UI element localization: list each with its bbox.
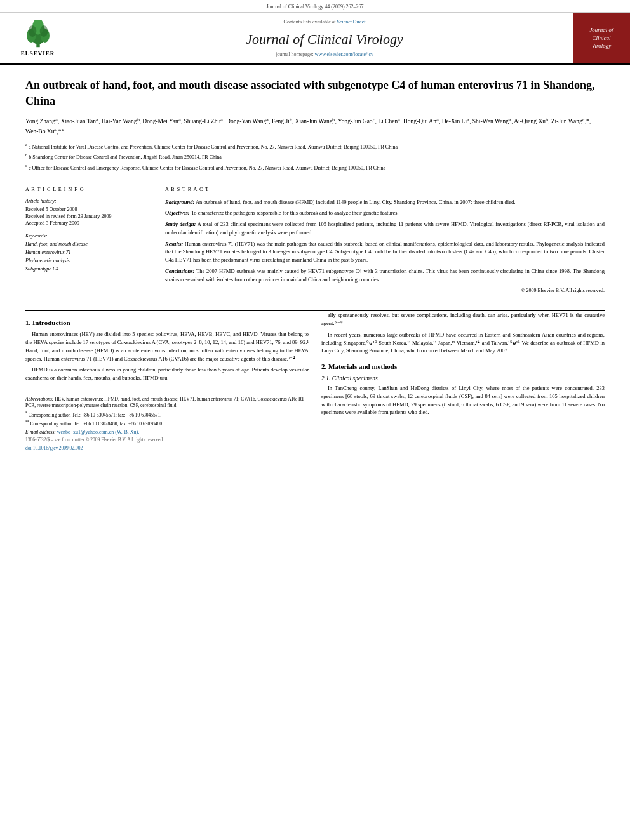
email-address: wenbo_xu1@yahoo.com.cn (W.-B. Xu).	[57, 429, 140, 435]
section2-heading: 2. Materials and methods	[321, 363, 605, 370]
affiliations: a a National Institute for Viral Disease…	[25, 142, 605, 172]
conclusions-text: The 2007 HFMD outbreak was mainly caused…	[165, 268, 605, 283]
abstract-background: Background: An outbreak of hand, foot, a…	[165, 198, 605, 206]
email-info: E-mail address: wenbo_xu1@yahoo.com.cn (…	[25, 429, 309, 436]
issn-line: 1386-6532/$ – see front matter © 2009 El…	[25, 437, 309, 443]
abstract-conclusions: Conclusions: The 2007 HFMD outbreak was …	[165, 267, 605, 284]
affiliation-c: c c Office for Disease Control and Emerg…	[25, 163, 605, 172]
footnote-section: Abbreviations: HEV, human enterovirus; H…	[25, 392, 309, 451]
keywords-list: Hand, foot, and mouth disease Human ente…	[25, 241, 152, 273]
article-info-col: A R T I C L E I N F O Article history: R…	[25, 187, 152, 298]
section2-title: Materials and methods	[328, 363, 397, 370]
body-right-col: ally spontaneously resolves, but severe …	[321, 311, 605, 451]
right-para1: ally spontaneously resolves, but severe …	[321, 311, 605, 328]
corresponding1: * Corresponding author. Tel.: +86 10 630…	[25, 411, 309, 418]
keyword-1: Hand, foot, and mouth disease	[25, 241, 152, 249]
body-left-col: 1. Introduction Human enteroviruses (HEV…	[25, 311, 309, 451]
body-methods-text: In TanCheng county, LanShan and HeDong d…	[321, 384, 605, 417]
journal-header: ELSEVIER Contents lists available at Sci…	[0, 13, 630, 65]
background-text: An outbreak of hand, foot, and mouth dis…	[196, 199, 515, 205]
methods-para1: In TanCheng county, LanShan and HeDong d…	[321, 384, 605, 417]
elsevier-label: ELSEVIER	[21, 50, 55, 57]
abstract-col: A B S T R A C T Background: An outbreak …	[165, 187, 605, 298]
doi-text[interactable]: doi:10.1016/j.jcv.2009.02.002	[25, 445, 83, 451]
top-citation-bar: Journal of Clinical Virology 44 (2009) 2…	[0, 0, 630, 13]
abstract-label: A B S T R A C T	[165, 187, 605, 194]
elsevier-logo: ELSEVIER	[0, 13, 76, 63]
study-text: A total of 233 clinical specimens were c…	[165, 221, 605, 236]
doi-line: doi:10.1016/j.jcv.2009.02.002	[25, 445, 309, 451]
journal-right-logo: Journal of Clinical Virology	[573, 13, 630, 63]
elsevier-tree-icon	[19, 20, 57, 48]
journal-center-header: Contents lists available at ScienceDirec…	[76, 13, 573, 63]
article-info-label: A R T I C L E I N F O	[25, 187, 152, 194]
footnote-text: Abbreviations: HEV, human enterovirus; H…	[25, 396, 309, 436]
contents-line: Contents lists available at ScienceDirec…	[284, 19, 366, 25]
abstract-study: Study design: A total of 233 clinical sp…	[165, 220, 605, 237]
authors-line: Yong Zhangᵃ, Xiao-Juan Tanᵃ, Hai-Yan Wan…	[25, 117, 605, 136]
intro-para1: Human enteroviruses (HEV) are divided in…	[25, 330, 309, 363]
sciencedirect-link[interactable]: ScienceDirect	[337, 19, 366, 25]
body-content: 1. Introduction Human enteroviruses (HEV…	[0, 311, 630, 463]
revised-date: Received in revised form 29 January 2009	[25, 213, 152, 220]
abstract-objectives: Objectives: To characterize the pathogen…	[165, 209, 605, 217]
svg-point-5	[28, 25, 36, 37]
intro-para2: HFMD is a common infectious illness in y…	[25, 366, 309, 382]
accepted-date: Accepted 3 February 2009	[25, 220, 152, 227]
affiliation-b: b b Shandong Center for Disease Control …	[25, 152, 605, 161]
received-date: Received 5 October 2008	[25, 206, 152, 213]
article-info-abstract: A R T I C L E I N F O Article history: R…	[25, 187, 605, 298]
keywords-label: Keywords:	[25, 233, 152, 239]
abstract-results: Results: Human enterovirus 71 (HEV71) wa…	[165, 240, 605, 264]
homepage-url[interactable]: www.elsevier.com/locate/jcv	[315, 51, 373, 57]
results-text: Human enterovirus 71 (HEV71) was the mai…	[165, 241, 605, 263]
section1-heading: 1. Introduction	[25, 319, 309, 326]
section1-title: Introduction	[32, 319, 70, 326]
svg-point-6	[39, 25, 48, 37]
page-wrapper: Journal of Clinical Virology 44 (2009) 2…	[0, 0, 630, 463]
body-right-intro: ally spontaneously resolves, but severe …	[321, 311, 605, 355]
abstract-text: Background: An outbreak of hand, foot, a…	[165, 198, 605, 295]
copyright: © 2009 Elsevier B.V. All rights reserved…	[165, 287, 605, 295]
objectives-text: To characterize the pathogens responsibl…	[191, 210, 399, 216]
keyword-4: Subgenotype C4	[25, 265, 152, 274]
affiliation-a: a a National Institute for Viral Disease…	[25, 142, 605, 151]
subsection2-1-heading: 2.1. Clinical specimens	[321, 375, 605, 382]
right-para2: In recent years, numerous large outbreak…	[321, 331, 605, 355]
history-label: Article history:	[25, 198, 152, 204]
journal-homepage: journal homepage: www.elsevier.com/locat…	[276, 51, 373, 57]
article-history: Article history: Received 5 October 2008…	[25, 198, 152, 227]
keyword-3: Phylogenetic analysis	[25, 257, 152, 265]
abbreviations: Abbreviations: HEV, human enterovirus; H…	[25, 396, 309, 410]
keyword-2: Human enterovirus 71	[25, 249, 152, 257]
article-content: An outbreak of hand, foot, and mouth dis…	[0, 65, 630, 310]
body-intro-text: Human enteroviruses (HEV) are divided in…	[25, 330, 309, 382]
body-two-col: 1. Introduction Human enteroviruses (HEV…	[25, 311, 605, 451]
corresponding2: ** Corresponding author. Tel.: +86 10 63…	[25, 420, 309, 427]
keywords-group: Keywords: Hand, foot, and mouth disease …	[25, 233, 152, 273]
top-citation-text: Journal of Clinical Virology 44 (2009) 2…	[266, 4, 363, 10]
journal-title: Journal of Clinical Virology	[246, 31, 403, 48]
journal-right-logo-text: Journal of Clinical Virology	[589, 26, 613, 50]
divider	[25, 180, 605, 180]
article-title: An outbreak of hand, foot, and mouth dis…	[25, 77, 605, 109]
